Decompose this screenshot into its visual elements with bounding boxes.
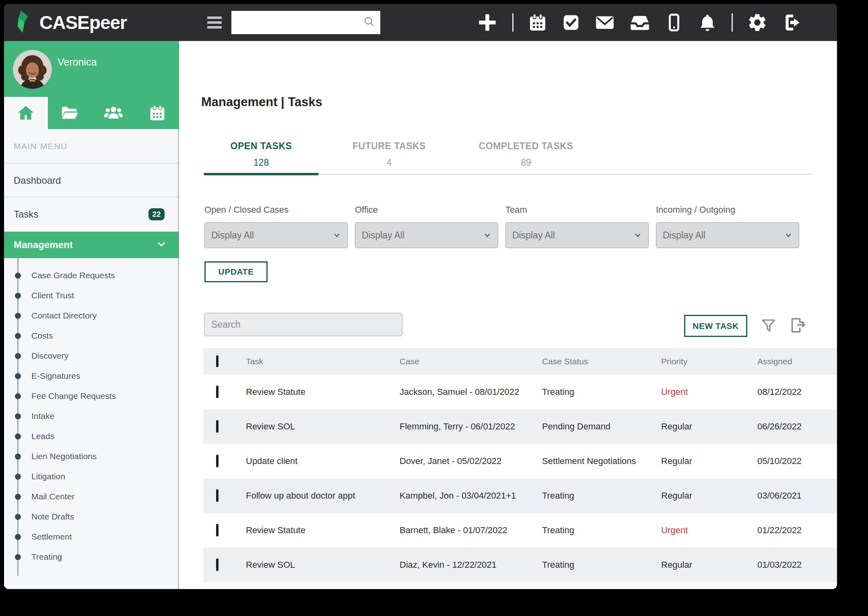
sidebar-tab-cases[interactable] <box>48 97 92 129</box>
assigned-cell: 05/10/2022 <box>757 456 837 466</box>
case-cell[interactable]: Jackson, Samuel - 08/01/2022 <box>400 387 542 397</box>
priority-cell: Regular <box>661 456 757 466</box>
sidebar-tab-home[interactable] <box>4 97 48 129</box>
mobile-icon[interactable] <box>665 13 683 32</box>
submenu: Case Grade Requests Client Trust Contact… <box>4 258 179 567</box>
task-cell[interactable]: Follow up about doctor appt <box>246 491 400 501</box>
filter-dropdown[interactable]: Display All <box>505 222 649 248</box>
sidebar-item-management[interactable]: Management <box>4 232 179 258</box>
bullet-icon <box>15 474 21 480</box>
sidebar-subitem[interactable]: Contact Directory <box>4 306 179 326</box>
bullet-icon <box>15 454 21 460</box>
task-tab[interactable]: OPEN TASKS 128 <box>204 138 319 172</box>
row-checkbox[interactable] <box>216 489 219 502</box>
bullet-icon <box>15 293 21 299</box>
row-checkbox[interactable] <box>216 455 219 467</box>
sidebar-item-tasks[interactable]: Tasks 22 <box>4 197 179 232</box>
filter: Team Display All <box>505 205 649 248</box>
task-cell[interactable]: Review SOL <box>246 421 400 432</box>
sidebar-subitem[interactable]: Intake <box>4 406 179 426</box>
mail-icon[interactable] <box>595 12 615 33</box>
avatar[interactable] <box>13 50 52 89</box>
sidebar-subitem[interactable]: Fee Change Requests <box>4 386 179 406</box>
select-all-checkbox[interactable] <box>216 355 219 367</box>
sidebar-subitem[interactable]: Client Trust <box>4 285 179 306</box>
row-checkbox[interactable] <box>216 524 219 536</box>
case-cell[interactable]: Barnett, Blake - 01/07/2022 <box>400 525 542 536</box>
sidebar-tab-contacts[interactable] <box>92 97 136 129</box>
sidebar: Veronica <box>4 41 179 589</box>
case-status-cell: Treating <box>542 525 661 536</box>
hamburger-menu-icon[interactable] <box>207 14 223 31</box>
task-cell[interactable]: Review Statute <box>246 387 400 397</box>
task-cell[interactable]: Update client <box>246 456 400 466</box>
bullet-icon <box>15 353 21 359</box>
row-checkbox[interactable] <box>216 420 219 433</box>
task-search-input[interactable] <box>204 313 402 336</box>
bullet-icon <box>15 273 21 279</box>
update-button[interactable]: UPDATE <box>204 261 268 282</box>
case-cell[interactable]: Dover, Janet - 05/02/2022 <box>400 456 542 466</box>
row-checkbox[interactable] <box>216 559 219 571</box>
sidebar-tab-calendar[interactable] <box>135 97 179 129</box>
sidebar-subitem[interactable]: Litigation <box>4 466 179 487</box>
task-cell[interactable]: Review Statute <box>246 525 400 536</box>
assigned-cell: 01/03/2022 <box>757 560 837 570</box>
assigned-cell: 03/06/2021 <box>757 491 837 501</box>
row-checkbox[interactable] <box>216 386 219 398</box>
task-cell[interactable]: Review SOL <box>246 560 400 570</box>
notifications-bell-icon[interactable] <box>698 13 717 32</box>
tasks-check-icon[interactable] <box>562 13 580 32</box>
topbar-search-input[interactable] <box>231 11 363 34</box>
new-task-button[interactable]: NEW TASK <box>684 315 747 337</box>
sidebar-subitem[interactable]: E-Signatures <box>4 366 179 386</box>
sidebar-subitem[interactable]: Leads <box>4 426 179 446</box>
sidebar-subitem[interactable]: Settlement <box>4 527 179 547</box>
active-tab-indicator <box>204 173 319 175</box>
table-row: Review Statute Jackson, Samuel - 08/01/2… <box>203 375 837 409</box>
task-tab[interactable]: COMPLETED TASKS 89 <box>460 138 592 172</box>
case-status-cell: Settlement Negotiations <box>542 456 661 466</box>
sidebar-subitem[interactable]: Lien Negotiations <box>4 446 179 466</box>
sidebar-subitem[interactable]: Treating <box>4 547 179 567</box>
sidebar-subitem[interactable]: Case Grade Requests <box>4 265 179 285</box>
bullet-icon <box>15 393 21 399</box>
chevron-down-icon <box>333 231 341 239</box>
sidebar-subitem[interactable]: Note Drafts <box>4 507 179 527</box>
inbox-icon[interactable] <box>629 12 650 33</box>
bullet-icon <box>15 373 21 379</box>
bullet-icon <box>15 534 21 540</box>
case-status-cell: Treating <box>542 387 661 397</box>
bullet-icon <box>15 554 21 560</box>
search-icon[interactable] <box>363 16 375 29</box>
table-row: Follow up about doctor appt Kampbel, Jon… <box>203 478 837 513</box>
sign-out-icon[interactable] <box>782 12 802 33</box>
filter-dropdown[interactable]: Display All <box>355 222 498 248</box>
case-cell[interactable]: Kampbel, Jon - 03/04/2021+1 <box>400 491 542 501</box>
bullet-icon <box>15 514 21 520</box>
case-cell[interactable]: Diaz, Kevin - 12/22/2021 <box>400 560 542 570</box>
column-header-assigned: Assigned <box>757 357 837 366</box>
priority-cell: Urgent <box>661 387 757 397</box>
filter-dropdown[interactable]: Display All <box>656 222 799 248</box>
main-menu-label: MAIN MENU <box>14 142 68 151</box>
logo[interactable]: CASEpeer <box>14 10 127 35</box>
settings-gear-icon[interactable] <box>747 12 767 33</box>
task-tab[interactable]: FUTURE TASKS 4 <box>325 138 454 172</box>
priority-cell: Regular <box>661 491 757 501</box>
sidebar-subitem[interactable]: Discovery <box>4 346 179 366</box>
logo-text: CASEpeer <box>39 12 127 33</box>
case-cell[interactable]: Flemming, Terry - 06/01/2022 <box>400 421 542 432</box>
filter-funnel-icon[interactable] <box>760 317 777 336</box>
bullet-icon <box>15 413 21 419</box>
export-icon[interactable] <box>788 316 806 336</box>
plus-icon[interactable] <box>477 12 498 33</box>
sidebar-item-dashboard[interactable]: Dashboard <box>4 164 179 197</box>
topbar: CASEpeer <box>4 4 837 41</box>
topbar-icon-row <box>477 4 802 41</box>
filter-dropdown[interactable]: Display All <box>204 222 348 248</box>
calendar-icon[interactable] <box>528 13 547 32</box>
sidebar-subitem[interactable]: Costs <box>4 326 179 346</box>
task-rows: Review Statute Jackson, Samuel - 08/01/2… <box>203 375 837 582</box>
sidebar-subitem[interactable]: Mail Center <box>4 487 179 507</box>
